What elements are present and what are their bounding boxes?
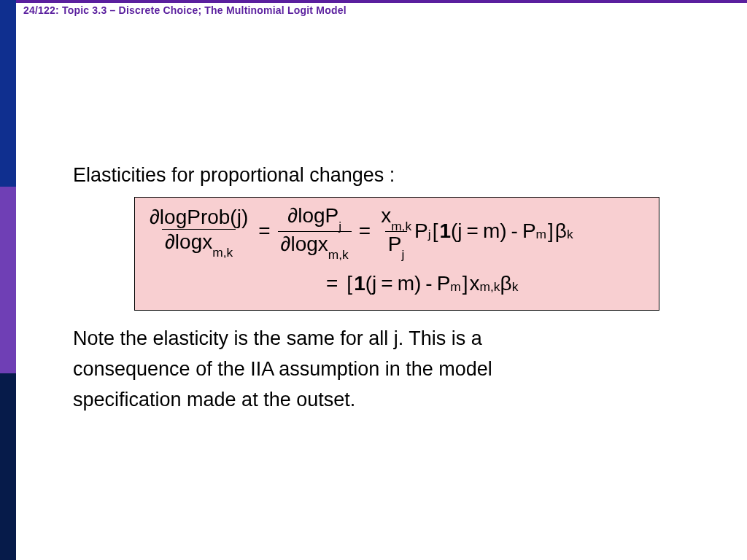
indicator-one: 1	[354, 268, 365, 299]
sub-j: j	[338, 219, 341, 233]
slide-header-title: 24/122: Topic 3.3 – Discrete Choice; The…	[23, 4, 347, 16]
fraction-3: xm,k Pj	[378, 205, 414, 258]
equation-row-1: ∂logProb(j) ∂logxm,k = ∂logPj ∂logxm,k =	[147, 205, 647, 258]
lbracket: [	[433, 215, 438, 246]
minus-1: -	[511, 215, 518, 246]
sub-mk: m,k	[391, 219, 411, 233]
sidebar-segment-top	[0, 0, 16, 187]
beta-symbol: β	[500, 268, 512, 299]
j-var: j	[372, 268, 376, 299]
slide-content: Elasticities for proportional changes : …	[73, 160, 671, 415]
sub-mk: m,k	[328, 247, 349, 262]
rparen: )	[500, 215, 506, 246]
beta-symbol: β	[555, 215, 567, 246]
equation-box: ∂logProb(j) ∂logxm,k = ∂logPj ∂logxm,k =	[134, 197, 659, 311]
inner-equals: =	[381, 268, 392, 299]
sub-j: j	[428, 225, 431, 244]
note-line-1: Note the elasticity is the same for all …	[73, 324, 671, 354]
x-text: x	[381, 204, 391, 227]
sub-mk: m,k	[480, 277, 500, 297]
m-var: m	[398, 268, 414, 299]
p-text: P	[414, 215, 428, 246]
j-var: j	[457, 215, 462, 246]
x-text: x	[470, 268, 480, 299]
sub-mk: m,k	[212, 245, 233, 260]
note-line-2: consequence of the IIA assumption in the…	[73, 354, 671, 385]
partial-symbol: ∂	[150, 206, 160, 228]
lparen: (	[365, 268, 372, 299]
logp-text: logP	[298, 204, 338, 227]
sub-m: m	[450, 277, 460, 297]
sidebar-segment-middle	[0, 187, 16, 373]
sub-j: j	[402, 247, 405, 262]
minus-2: -	[425, 268, 432, 299]
lbracket: [	[347, 268, 352, 299]
p-text: P	[388, 233, 402, 255]
indicator-one: 1	[439, 215, 451, 246]
sub-m: m	[536, 225, 546, 244]
lead-text: Elasticities for proportional changes :	[73, 160, 671, 191]
fraction-2: ∂logPj ∂logxm,k	[278, 205, 352, 258]
partial-symbol: ∂	[281, 233, 291, 255]
left-color-sidebar	[0, 0, 16, 560]
partial-symbol: ∂	[165, 230, 175, 253]
equals-1: =	[258, 215, 270, 246]
note-paragraph: Note the elasticity is the same for all …	[73, 324, 671, 416]
p-text: P	[437, 268, 451, 299]
equation-row-2: = [ 1 (j=m) - Pm ] xm,k βk	[147, 268, 647, 299]
logprobj: logProb(j)	[160, 206, 248, 228]
m-var: m	[483, 215, 500, 246]
lparen: (	[451, 215, 457, 246]
rbracket: ]	[548, 215, 554, 246]
rparen: )	[414, 268, 421, 299]
equals-2: =	[359, 215, 371, 246]
partial-symbol: ∂	[287, 204, 298, 227]
sub-k: k	[512, 277, 519, 297]
fraction-1: ∂logProb(j) ∂logxm,k	[147, 206, 251, 256]
sidebar-segment-bottom	[0, 373, 16, 560]
note-line-3: specification made at the outset.	[73, 385, 671, 416]
rbracket: ]	[462, 268, 468, 299]
logx-text: logx	[175, 230, 212, 253]
header-strip	[16, 0, 747, 3]
sub-k: k	[567, 225, 573, 244]
inner-equals: =	[467, 215, 479, 246]
p-text: P	[522, 215, 536, 246]
equals-3: =	[326, 268, 338, 299]
logx-text: logx	[290, 233, 328, 255]
slide: 24/122: Topic 3.3 – Discrete Choice; The…	[0, 0, 747, 560]
